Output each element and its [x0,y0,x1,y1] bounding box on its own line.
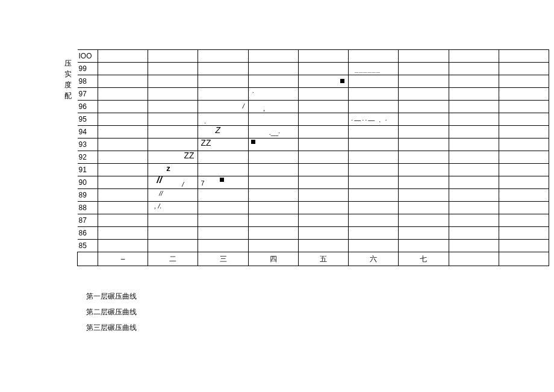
trace-mark: · [252,89,254,96]
data-point-icon [340,78,344,84]
trace-mark: ______ [355,66,381,73]
trace-mark: / [243,103,244,110]
trace-mark: ZZ [184,152,194,159]
ytick: 95 [78,113,98,126]
data-point-icon [251,138,255,145]
ytick: 88 [78,202,98,214]
trace-mark: ZZ [201,140,211,146]
ytick: 90 [78,176,98,189]
xtick: 三 [198,252,248,266]
legend: 第一层碾压曲线 第二层碾压曲线 第三层碾压曲线 [86,289,137,336]
ytick: 93 [78,138,98,151]
trace-mark: z [166,165,170,172]
xtick [78,252,98,266]
legend-item: 第三层碾压曲线 [86,320,137,335]
trace-mark: // [157,176,162,183]
trace-mark: , /. [154,203,161,210]
ytick: 97 [78,88,98,101]
trace-mark: ， [261,105,267,112]
trace-mark: // [159,190,163,197]
xtick: – [98,252,148,266]
chart-grid: IOO 99 ______ 98 97 · 96 / ， 95 . ·—··— … [77,49,549,266]
trace-mark: / [182,181,184,188]
ytick: IOO [78,50,98,63]
xtick [449,252,499,266]
legend-item: 第一层碾压曲线 [86,289,137,303]
trace-mark: Z [215,127,220,134]
ytick: 87 [78,214,98,227]
xtick: 七 [399,252,449,266]
data-point-icon [220,176,224,183]
trace-mark: . [204,118,206,125]
trace-mark: .__· [269,129,280,136]
ytick: 94 [78,126,98,138]
ytick: 89 [78,189,98,202]
ytick: 96 [78,101,98,113]
xtick: 二 [148,252,198,266]
ytick: 92 [78,151,98,164]
ytick: 99 [78,63,98,75]
trace-mark: 7 [201,180,204,187]
xtick: 六 [349,252,399,266]
y-axis-label: 压 实 度 配 [64,58,72,101]
ytick: 85 [78,240,98,252]
legend-item: 第二层碾压曲线 [86,305,137,319]
trace-mark: ·—··— . · [351,117,388,123]
ytick: 98 [78,75,98,88]
ytick: 91 [78,164,98,176]
xtick: 四 [248,252,298,266]
xtick: 五 [298,252,348,266]
ytick: 86 [78,227,98,240]
